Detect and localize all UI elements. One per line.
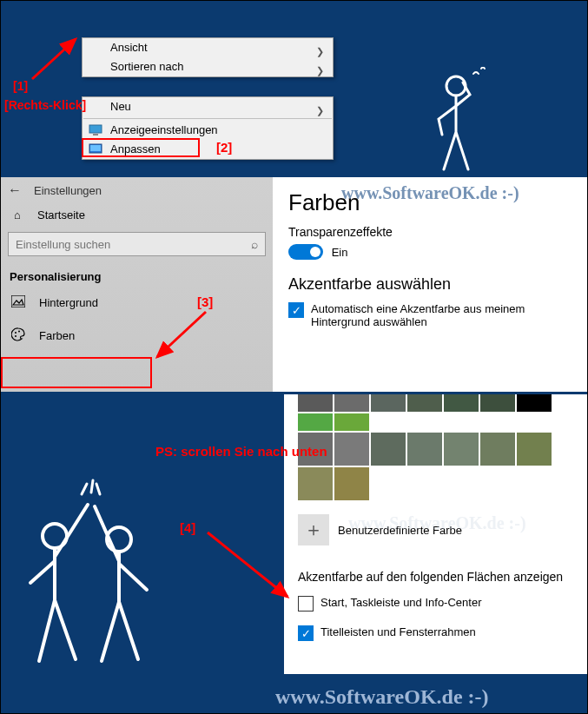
transparency-label: Transparenzeffekte (288, 225, 573, 239)
svg-point-0 (446, 76, 466, 96)
color-swatch[interactable] (444, 433, 479, 466)
submenu-arrow-icon: ❯ (316, 61, 324, 80)
accent-heading: Akzentfarbe auswählen (288, 275, 573, 294)
color-swatch[interactable] (334, 413, 369, 431)
svg-rect-4 (93, 134, 98, 136)
svg-line-12 (157, 312, 206, 357)
svg-rect-8 (11, 295, 25, 307)
menu-divider (83, 118, 332, 119)
menu-label: Sortieren nach (110, 60, 184, 73)
auto-accent-row[interactable]: ✓ Automatisch eine Akzentfarbe aus meine… (288, 302, 573, 328)
show-on-heading: Akzentfarbe auf den folgenden Flächen an… (298, 570, 575, 584)
watermark-2: www.SoftwareOK.de :-) (348, 513, 526, 533)
stick-figure-thinker (413, 67, 499, 180)
color-swatch[interactable] (407, 433, 442, 466)
home-label: Startseite (37, 208, 85, 221)
context-menu-top: Ansicht ❯ Sortieren nach ❯ (82, 37, 334, 77)
colors-panel: Farben Transparenzeffekte Ein Akzentfarb… (273, 177, 588, 392)
highlight-personalize (82, 138, 200, 157)
titlebars-label: Titelleisten und Fensterrahmen (320, 625, 575, 638)
search-icon: ⌕ (251, 237, 258, 251)
toggle-state: Ein (332, 246, 348, 259)
annotation-2: [2] (216, 140, 232, 155)
svg-line-13 (208, 532, 287, 597)
annotation-4: [4] (180, 520, 195, 535)
menu-label: Ansicht (110, 41, 148, 54)
arrow-1 (25, 34, 86, 86)
settings-home[interactable]: ⌂ Startseite (1, 203, 273, 227)
swatch-row-2 (298, 433, 575, 500)
back-icon[interactable]: ← (8, 182, 22, 198)
colors-lower-panel: ＋ Benutzerdefinierte Farbe Akzentfarbe a… (284, 394, 588, 674)
monitor-icon (89, 123, 102, 136)
settings-title: Einstellungen (34, 184, 102, 197)
color-swatch[interactable] (444, 394, 479, 412)
watermark-1: www.SoftwareOK.de :-) (341, 183, 519, 203)
svg-point-10 (18, 331, 20, 333)
picture-icon (11, 295, 27, 310)
start-taskbar-label: Start, Taskleiste und Info-Center (320, 596, 575, 609)
menu-item-sort[interactable]: Sortieren nach ❯ (83, 57, 333, 76)
menu-item-view[interactable]: Ansicht ❯ (83, 38, 333, 57)
nav-label: Hintergrund (39, 296, 98, 309)
menu-item-new[interactable]: Neu ❯ (83, 97, 333, 116)
annotation-1: [1] (13, 79, 28, 93)
color-swatch[interactable] (517, 394, 552, 412)
transparency-toggle[interactable] (288, 244, 323, 260)
color-swatch[interactable] (298, 413, 333, 431)
start-taskbar-row[interactable]: Start, Taskleiste und Info-Center (298, 596, 575, 612)
arrow-4 (202, 526, 298, 612)
color-swatch[interactable] (480, 394, 515, 412)
annotation-scroll: PS: scrollen Sie nach unten (155, 444, 327, 459)
color-swatch[interactable] (480, 433, 515, 466)
checkbox-checked-icon[interactable]: ✓ (288, 302, 304, 318)
highlight-colors (1, 357, 152, 388)
stick-figures-highfive (8, 461, 182, 687)
settings-header: ← Einstellungen (1, 177, 273, 203)
menu-label: Neu (110, 100, 131, 113)
palette-icon (11, 327, 27, 344)
color-swatch[interactable] (334, 394, 369, 412)
color-swatch[interactable] (371, 433, 406, 466)
svg-line-7 (32, 39, 76, 79)
color-swatch[interactable] (517, 433, 552, 466)
arrow-3 (149, 307, 218, 367)
color-swatch[interactable] (334, 467, 369, 500)
nav-background[interactable]: Hintergrund (1, 287, 273, 319)
settings-search[interactable]: ⌕ (8, 232, 266, 256)
color-swatch[interactable] (407, 394, 442, 412)
menu-item-display-settings[interactable]: Anzeigeeinstellungen (83, 121, 333, 140)
settings-category: Personalisierung (1, 261, 273, 287)
nav-colors[interactable]: Farben (1, 319, 273, 353)
svg-point-11 (15, 335, 17, 337)
color-swatch[interactable] (334, 433, 369, 466)
auto-accent-label: Automatisch eine Akzentfarbe aus meinem … (311, 302, 573, 328)
checkbox-unchecked-icon[interactable] (298, 596, 314, 612)
color-swatch[interactable] (298, 467, 333, 500)
svg-point-9 (15, 332, 17, 334)
submenu-arrow-icon: ❯ (316, 101, 324, 120)
search-input[interactable] (16, 238, 251, 251)
titlebars-row[interactable]: ✓ Titelleisten und Fensterrahmen (298, 625, 575, 641)
nav-label: Farben (39, 329, 75, 342)
menu-label: Anzeigeeinstellungen (110, 123, 218, 136)
svg-rect-3 (89, 125, 102, 133)
plus-icon[interactable]: ＋ (298, 514, 329, 545)
color-swatch[interactable] (371, 394, 406, 412)
checkbox-checked-icon[interactable]: ✓ (298, 625, 314, 641)
transparency-toggle-row: Ein (288, 244, 573, 260)
swatch-row-1 (298, 394, 575, 431)
watermark-3: www.SoftwareOK.de :-) (275, 685, 489, 709)
home-icon: ⌂ (10, 208, 25, 221)
annotation-right-click: [Rechts-Klick] (4, 98, 86, 112)
color-swatch[interactable] (298, 394, 333, 412)
